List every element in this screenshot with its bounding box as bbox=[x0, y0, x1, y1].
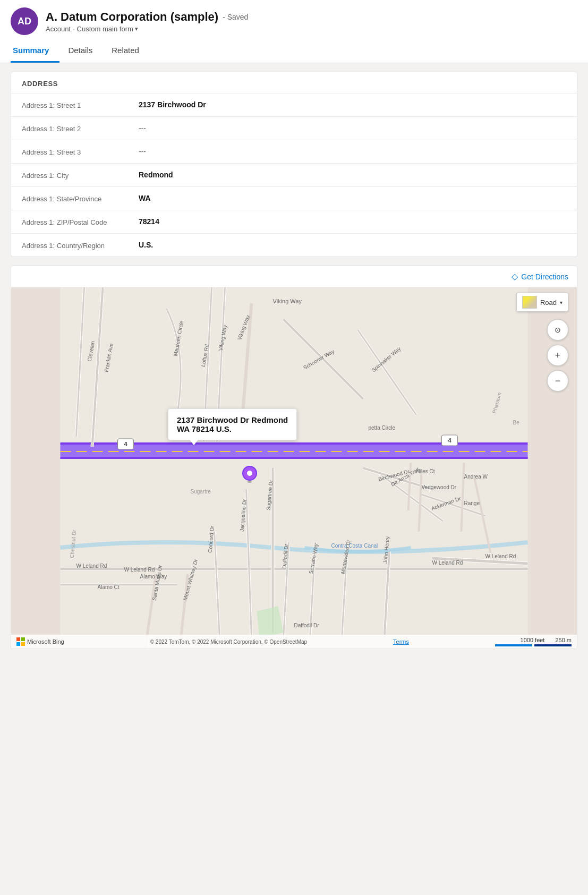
directions-icon: ◇ bbox=[512, 271, 518, 282]
form-name: Custom main form bbox=[77, 25, 133, 33]
field-value: --- bbox=[139, 124, 566, 132]
svg-text:Niles Ct: Niles Ct bbox=[416, 468, 435, 474]
map-container[interactable]: 4 4 bbox=[11, 287, 577, 649]
scale-250m-label: 250 m bbox=[555, 637, 572, 643]
breadcrumb-separator: · bbox=[73, 25, 75, 33]
svg-point-86 bbox=[248, 481, 252, 483]
tab-summary[interactable]: Summary bbox=[11, 40, 59, 63]
breadcrumb: Account · Custom main form ▾ bbox=[46, 25, 248, 33]
field-row: Address 1: CityRedmond bbox=[11, 163, 577, 186]
field-row: Address 1: Street 12137 Birchwood Dr bbox=[11, 93, 577, 116]
tab-related[interactable]: Related bbox=[109, 40, 150, 63]
field-label: Address 1: Street 1 bbox=[22, 100, 128, 109]
map-toolbar: ◇ Get Directions bbox=[11, 266, 577, 287]
svg-point-85 bbox=[247, 471, 252, 476]
page-header: AD A. Datum Corporation (sample) - Saved… bbox=[0, 0, 588, 63]
svg-text:Contra Costa Canal: Contra Costa Canal bbox=[331, 543, 378, 549]
popup-address-line2: WA 78214 U.S. bbox=[177, 424, 288, 433]
svg-text:Alamo Way: Alamo Way bbox=[140, 574, 167, 579]
svg-text:petta Circle: petta Circle bbox=[369, 425, 396, 431]
field-label: Address 1: ZIP/Postal Code bbox=[22, 217, 128, 226]
field-value: --- bbox=[139, 147, 566, 156]
field-label: Address 1: Country/Region bbox=[22, 241, 128, 250]
field-value: U.S. bbox=[139, 241, 566, 249]
bing-sq-green bbox=[21, 637, 25, 641]
field-label: Address 1: State/Province bbox=[22, 194, 128, 203]
header-title-area: A. Datum Corporation (sample) - Saved Ac… bbox=[46, 10, 248, 33]
breadcrumb-entity: Account bbox=[46, 25, 71, 33]
map-card: ◇ Get Directions 4 bbox=[11, 266, 577, 649]
svg-text:4: 4 bbox=[448, 437, 451, 444]
entity-name: A. Datum Corporation (sample) bbox=[46, 10, 218, 24]
popup-address-line1: 2137 Birchwood Dr Redmond bbox=[177, 415, 288, 424]
field-row: Address 1: ZIP/Postal Code78214 bbox=[11, 210, 577, 233]
section-title-address: ADDRESS bbox=[11, 72, 577, 93]
svg-text:Range: Range bbox=[464, 500, 480, 506]
scale-line-meters bbox=[534, 644, 572, 646]
map-location-marker bbox=[242, 466, 257, 487]
scale-1000ft-label: 1000 feet bbox=[521, 637, 545, 643]
field-row: Address 1: Street 3--- bbox=[11, 140, 577, 163]
saved-badge: - Saved bbox=[223, 13, 248, 21]
map-type-button[interactable]: Road ▾ bbox=[516, 293, 568, 312]
map-nav-controls: ⊙ + − bbox=[547, 319, 568, 391]
svg-text:Be: Be bbox=[513, 420, 520, 425]
field-row: Address 1: Street 2--- bbox=[11, 116, 577, 140]
svg-text:Andrea W: Andrea W bbox=[464, 474, 488, 480]
map-footer: Microsoft Bing © 2022 TomTom, © 2022 Mic… bbox=[11, 635, 577, 649]
tab-details[interactable]: Details bbox=[66, 40, 103, 63]
address-card: ADDRESS Address 1: Street 12137 Birchwoo… bbox=[11, 72, 577, 257]
form-selector[interactable]: Custom main form ▾ bbox=[77, 25, 138, 33]
zoom-out-button[interactable]: − bbox=[547, 370, 568, 391]
my-location-button[interactable]: ⊙ bbox=[547, 319, 568, 340]
get-directions-label: Get Directions bbox=[521, 272, 568, 281]
map-type-label: Road bbox=[540, 299, 557, 306]
svg-text:Sugartre: Sugartre bbox=[191, 489, 211, 495]
map-address-popup: 2137 Birchwood Dr Redmond WA 78214 U.S. bbox=[168, 408, 297, 440]
chevron-down-icon: ▾ bbox=[135, 25, 138, 32]
field-value: 78214 bbox=[139, 217, 566, 226]
field-row: Address 1: State/ProvinceWA bbox=[11, 186, 577, 210]
get-directions-button[interactable]: ◇ Get Directions bbox=[512, 271, 568, 282]
bing-sq-yellow bbox=[21, 642, 25, 646]
map-type-controls: Road ▾ bbox=[516, 293, 568, 312]
svg-rect-1 bbox=[61, 287, 528, 649]
svg-text:W Leland Rd: W Leland Rd bbox=[76, 563, 107, 569]
svg-text:4: 4 bbox=[124, 441, 127, 447]
avatar: AD bbox=[11, 7, 38, 35]
field-label: Address 1: City bbox=[22, 171, 128, 180]
bing-label: Microsoft Bing bbox=[27, 638, 64, 645]
svg-text:Daffodil Dr: Daffodil Dr bbox=[294, 623, 320, 628]
bing-logo: Microsoft Bing bbox=[16, 637, 64, 646]
map-type-chevron: ▾ bbox=[560, 300, 563, 305]
bing-sq-red bbox=[16, 637, 20, 641]
zoom-in-button[interactable]: + bbox=[547, 345, 568, 366]
svg-text:W Leland Rd: W Leland Rd bbox=[124, 567, 155, 573]
svg-text:Vedgewood Dr: Vedgewood Dr bbox=[422, 484, 457, 490]
field-row: Address 1: Country/RegionU.S. bbox=[11, 233, 577, 257]
address-fields: Address 1: Street 12137 Birchwood DrAddr… bbox=[11, 93, 577, 257]
map-scale-bar: 1000 feet 250 m bbox=[495, 637, 572, 646]
bing-logo-squares bbox=[16, 637, 25, 646]
field-value: 2137 Birchwood Dr bbox=[139, 100, 566, 109]
field-label: Address 1: Street 2 bbox=[22, 124, 128, 133]
scale-line-feet bbox=[495, 644, 532, 646]
main-content: ADDRESS Address 1: Street 12137 Birchwoo… bbox=[0, 63, 588, 658]
map-copyright: © 2022 TomTom, © 2022 Microsoft Corporat… bbox=[150, 639, 307, 645]
field-label: Address 1: Street 3 bbox=[22, 147, 128, 156]
svg-rect-4 bbox=[61, 457, 528, 459]
tab-bar: Summary Details Related bbox=[11, 40, 577, 63]
svg-text:W Leland Rd: W Leland Rd bbox=[432, 560, 463, 566]
field-value: Redmond bbox=[139, 171, 566, 179]
map-type-icon bbox=[522, 296, 537, 309]
map-svg: 4 4 bbox=[11, 287, 577, 649]
bing-sq-blue bbox=[16, 642, 20, 646]
svg-text:W Leland Rd: W Leland Rd bbox=[485, 553, 516, 559]
svg-text:Alamo Ct: Alamo Ct bbox=[98, 584, 120, 590]
map-terms-link[interactable]: Terms bbox=[393, 638, 409, 645]
svg-text:Viking Way: Viking Way bbox=[273, 298, 302, 304]
field-value: WA bbox=[139, 194, 566, 202]
